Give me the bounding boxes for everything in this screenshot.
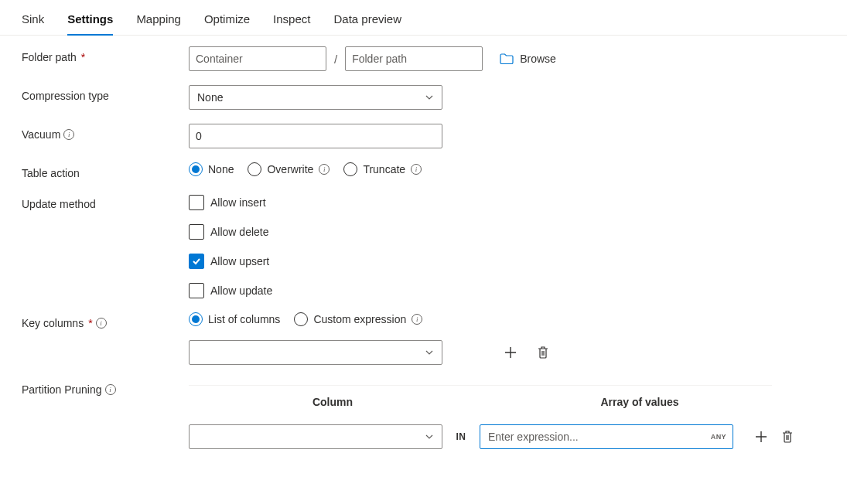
radio-label-truncate: Truncate <box>363 163 405 175</box>
path-separator: / <box>333 53 339 66</box>
label-compression-type: Compression type <box>22 85 189 102</box>
partition-column-select[interactable] <box>189 424 442 449</box>
checkbox-label-allow-update: Allow update <box>210 284 272 297</box>
radio-table-action-truncate[interactable]: Truncate <box>343 162 422 176</box>
checkbox-allow-delete[interactable]: Allow delete <box>189 224 272 240</box>
plus-icon <box>754 430 768 444</box>
checkbox-label-allow-upsert: Allow upsert <box>210 255 269 267</box>
browse-label: Browse <box>520 53 556 65</box>
container-input[interactable] <box>189 46 326 71</box>
label-update-method: Update method <box>22 193 189 210</box>
partition-expression-placeholder: Enter expression... <box>488 431 579 443</box>
radio-key-custom[interactable]: Custom expression <box>294 312 422 326</box>
vacuum-input[interactable] <box>189 124 442 148</box>
required-asterisk: * <box>81 51 85 63</box>
radio-label-key-list: List of columns <box>208 313 280 325</box>
radio-label-overwrite: Overwrite <box>267 163 313 175</box>
tab-sink[interactable]: Sink <box>22 12 44 35</box>
key-column-select[interactable] <box>189 340 442 365</box>
chevron-down-icon <box>425 432 434 441</box>
tab-data-preview[interactable]: Data preview <box>333 12 401 35</box>
radio-table-action-none[interactable]: None <box>189 162 234 176</box>
tab-inspect[interactable]: Inspect <box>273 12 310 35</box>
tab-optimize[interactable]: Optimize <box>204 12 250 35</box>
label-key-columns: Key columns* <box>22 312 189 329</box>
type-badge-any: ANY <box>711 433 726 441</box>
checkbox-label-allow-insert: Allow insert <box>210 196 266 209</box>
column-header-column: Column <box>189 396 476 408</box>
checkbox-allow-update[interactable]: Allow update <box>189 283 272 298</box>
info-icon[interactable] <box>319 164 330 175</box>
folder-icon <box>500 53 514 64</box>
tabs-bar: Sink Settings Mapping Optimize Inspect D… <box>0 0 847 36</box>
add-key-column-button[interactable] <box>501 343 520 362</box>
info-icon[interactable] <box>96 318 107 329</box>
delete-partition-row-button[interactable] <box>778 427 797 446</box>
checkbox-allow-upsert[interactable]: Allow upsert <box>189 254 272 269</box>
partition-headers: Column Array of values <box>189 390 772 414</box>
compression-select-value: None <box>197 91 223 104</box>
partition-expression-input[interactable]: Enter expression... ANY <box>480 424 733 449</box>
plus-icon <box>504 346 517 359</box>
browse-button[interactable]: Browse <box>500 53 556 65</box>
compression-select[interactable]: None <box>189 85 442 110</box>
checkbox-label-allow-delete: Allow delete <box>210 226 269 238</box>
tab-mapping[interactable]: Mapping <box>136 12 181 35</box>
label-folder-path: Folder path* <box>22 46 189 63</box>
radio-key-list[interactable]: List of columns <box>189 312 280 326</box>
required-asterisk: * <box>88 317 92 329</box>
column-header-array: Array of values <box>507 396 772 408</box>
trash-icon <box>537 346 549 359</box>
delete-key-column-button[interactable] <box>534 343 552 362</box>
radio-label-none: None <box>208 163 234 175</box>
info-icon[interactable] <box>63 129 74 140</box>
tab-settings[interactable]: Settings <box>67 12 113 35</box>
in-operator-label: IN <box>450 431 472 442</box>
label-vacuum: Vacuum <box>22 124 189 141</box>
folder-input[interactable] <box>345 46 483 71</box>
add-partition-row-button[interactable] <box>752 427 770 446</box>
info-icon[interactable] <box>105 384 116 395</box>
info-icon[interactable] <box>411 164 422 175</box>
radio-label-key-custom: Custom expression <box>313 313 406 325</box>
radio-table-action-overwrite[interactable]: Overwrite <box>248 162 330 176</box>
label-partition-pruning: Partition Pruning <box>22 379 189 396</box>
chevron-down-icon <box>425 348 434 357</box>
info-icon[interactable] <box>412 314 422 325</box>
checkbox-allow-insert[interactable]: Allow insert <box>189 195 272 210</box>
trash-icon <box>781 430 794 444</box>
label-table-action: Table action <box>22 162 189 179</box>
divider <box>189 385 772 386</box>
chevron-down-icon <box>425 93 434 102</box>
